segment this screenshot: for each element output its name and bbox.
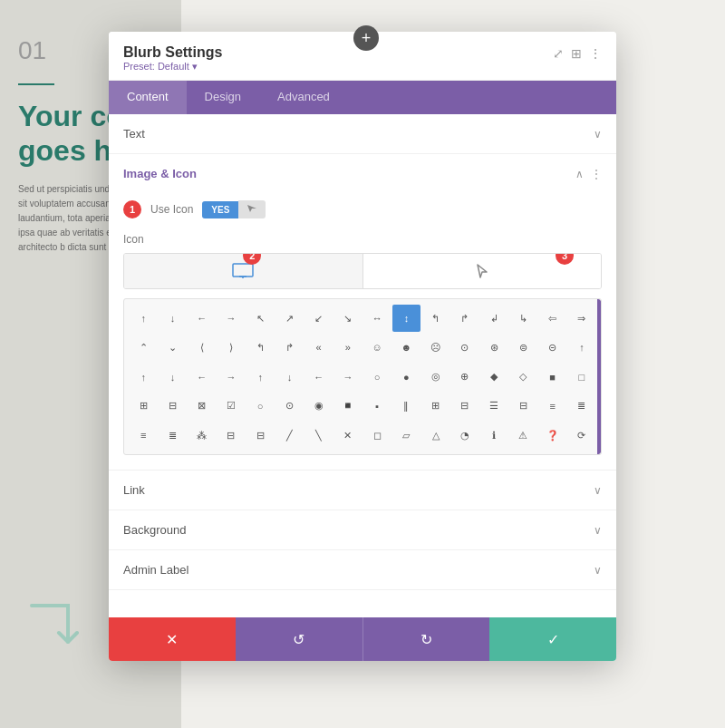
cancel-button[interactable]: ✕: [109, 617, 236, 661]
icon-cell[interactable]: ⊠: [188, 393, 216, 420]
icon-cell[interactable]: ↲: [480, 305, 508, 332]
icon-cell[interactable]: ⊟: [451, 393, 478, 420]
icon-cell[interactable]: ☹: [422, 334, 450, 361]
icon-cell[interactable]: ◎: [422, 364, 450, 391]
icon-cell[interactable]: ↰: [246, 334, 274, 361]
icon-cell[interactable]: ↙: [305, 305, 333, 332]
icon-cell[interactable]: ☑: [218, 393, 245, 420]
toggle-yes[interactable]: YES: [202, 201, 238, 218]
icon-cell[interactable]: ⊙: [451, 334, 478, 361]
section-image-icon-more[interactable]: ⋮: [591, 168, 602, 180]
icon-cell[interactable]: ↕: [392, 305, 420, 332]
add-button[interactable]: +: [353, 25, 379, 51]
icon-cell[interactable]: □: [568, 364, 595, 391]
icon-cell[interactable]: ↳: [509, 305, 536, 332]
icon-cell[interactable]: ☰: [480, 393, 508, 420]
icon-cell[interactable]: ◔: [451, 422, 478, 449]
icon-cell[interactable]: →: [218, 305, 245, 332]
section-link-header[interactable]: Link ∨: [109, 471, 616, 510]
icon-tab-cursor[interactable]: 3: [363, 254, 602, 288]
icon-cell[interactable]: ℹ: [480, 422, 508, 449]
icon-cell[interactable]: ●: [392, 364, 420, 391]
icon-cell[interactable]: ✕: [334, 422, 362, 449]
icon-cell[interactable]: ⊞: [130, 393, 157, 420]
icon-cell[interactable]: ◇: [509, 364, 536, 391]
section-image-icon-up[interactable]: ∧: [575, 168, 584, 180]
icon-cell[interactable]: ↔: [363, 305, 391, 332]
icon-cell[interactable]: ↱: [276, 334, 303, 361]
section-text-header[interactable]: Text ∨: [109, 114, 616, 153]
icon-cell[interactable]: ≣: [568, 393, 595, 420]
icon-cell[interactable]: ⁂: [188, 422, 216, 449]
icon-cell[interactable]: ⊞: [422, 393, 450, 420]
icon-cell[interactable]: ↗: [276, 305, 303, 332]
icon-cell[interactable]: ←: [188, 305, 216, 332]
icon-cell[interactable]: ◾: [334, 393, 362, 420]
use-icon-toggle[interactable]: YES: [202, 200, 266, 218]
icon-cell[interactable]: ←: [305, 364, 333, 391]
section-admin-label-header[interactable]: Admin Label ∨: [109, 550, 616, 589]
icon-cell[interactable]: ▪: [363, 393, 391, 420]
icon-cell[interactable]: ╱: [276, 422, 303, 449]
icon-cell[interactable]: «: [305, 334, 333, 361]
icon-cell[interactable]: ❓: [539, 422, 566, 449]
icon-cell[interactable]: ■: [539, 364, 566, 391]
icon-cell[interactable]: ⊝: [539, 334, 566, 361]
icon-cell[interactable]: ↑: [246, 364, 274, 391]
icon-cell[interactable]: ⊛: [480, 334, 508, 361]
icon-cell[interactable]: ◆: [480, 364, 508, 391]
icon-cell[interactable]: ⟨: [188, 334, 216, 361]
icon-cell[interactable]: ↑: [130, 364, 157, 391]
icon-cell[interactable]: ⊙: [276, 393, 303, 420]
tab-design[interactable]: Design: [187, 81, 259, 114]
icon-cell[interactable]: ↰: [422, 305, 450, 332]
icon-cell[interactable]: ↓: [159, 305, 186, 332]
toggle-no[interactable]: [238, 200, 266, 218]
expand-icon[interactable]: ⤢: [553, 46, 564, 61]
icon-cell[interactable]: ⊕: [451, 364, 478, 391]
icon-cell[interactable]: ☻: [392, 334, 420, 361]
icon-cell[interactable]: →: [334, 364, 362, 391]
icon-cell[interactable]: ‖: [392, 393, 420, 420]
tab-advanced[interactable]: Advanced: [259, 81, 348, 114]
icon-cell[interactable]: ↓: [276, 364, 303, 391]
icon-cell[interactable]: ⟩: [218, 334, 245, 361]
undo-button[interactable]: ↺: [236, 617, 362, 661]
icon-cell[interactable]: ⌃: [130, 334, 157, 361]
tab-content[interactable]: Content: [109, 81, 187, 114]
icon-cell[interactable]: ↘: [334, 305, 362, 332]
icon-cell[interactable]: ⊟: [246, 422, 274, 449]
icon-cell[interactable]: ↑: [130, 305, 157, 332]
icon-cell[interactable]: →: [218, 364, 245, 391]
icon-cell[interactable]: ↓: [159, 364, 186, 391]
icon-cell[interactable]: ⊟: [509, 393, 536, 420]
icon-cell[interactable]: ≡: [130, 422, 157, 449]
icon-cell[interactable]: ↱: [451, 305, 478, 332]
icon-cell[interactable]: ⚠: [509, 422, 536, 449]
redo-button[interactable]: ↻: [362, 617, 490, 661]
icon-cell[interactable]: ▱: [392, 422, 420, 449]
icon-cell[interactable]: ↑: [568, 334, 595, 361]
section-background-header[interactable]: Background ∨: [109, 510, 616, 549]
icon-cell[interactable]: ←: [188, 364, 216, 391]
icon-cell[interactable]: ≡: [539, 393, 566, 420]
icon-cell[interactable]: ╲: [305, 422, 333, 449]
more-options-icon[interactable]: ⋮: [589, 46, 602, 61]
icon-cell[interactable]: ↖: [246, 305, 274, 332]
icon-cell[interactable]: ◻: [363, 422, 391, 449]
icon-cell[interactable]: ⌄: [159, 334, 186, 361]
icon-cell[interactable]: ⟳: [568, 422, 595, 449]
modal-preset[interactable]: Preset: Default: [123, 61, 222, 73]
section-image-icon-header[interactable]: Image & Icon ∧ ⋮: [109, 154, 616, 193]
icon-cell[interactable]: ○: [246, 393, 274, 420]
icon-cell[interactable]: ⊟: [218, 422, 245, 449]
icon-cell[interactable]: △: [422, 422, 450, 449]
icon-cell[interactable]: »: [334, 334, 362, 361]
icon-tab-monitor[interactable]: 2: [124, 254, 363, 288]
icon-cell[interactable]: ⇦: [539, 305, 566, 332]
icon-cell[interactable]: ○: [363, 364, 391, 391]
icon-cell[interactable]: ☺: [363, 334, 391, 361]
columns-icon[interactable]: ⊞: [571, 46, 582, 61]
icon-cell[interactable]: ◉: [305, 393, 333, 420]
save-button[interactable]: ✓: [489, 617, 616, 661]
